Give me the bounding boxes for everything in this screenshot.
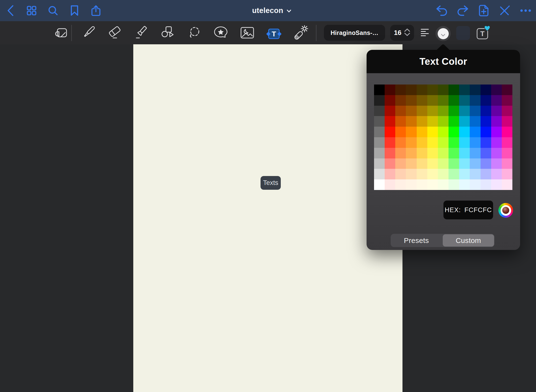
text-color-swatch-button[interactable] [436, 26, 451, 41]
inactive-style-button[interactable] [456, 26, 470, 40]
swatch-r6-c12[interactable] [491, 137, 502, 148]
swatch-r10-c6[interactable] [427, 179, 438, 190]
tool-image[interactable] [236, 21, 259, 44]
swatch-r8-c6[interactable] [427, 158, 438, 169]
swatch-r9-c10[interactable] [470, 169, 480, 179]
swatch-r9-c3[interactable] [395, 169, 406, 179]
swatch-r4-c13[interactable] [502, 116, 512, 127]
swatch-r8-c1[interactable] [374, 158, 385, 169]
document-page[interactable]: Texts [133, 44, 402, 392]
swatch-r10-c8[interactable] [449, 179, 459, 190]
swatch-r6-c8[interactable] [449, 137, 459, 148]
swatch-r5-c13[interactable] [502, 127, 512, 137]
swatch-r10-c7[interactable] [438, 179, 449, 190]
swatch-r4-c1[interactable] [374, 116, 385, 127]
add-page-icon[interactable] [473, 0, 494, 21]
swatch-r7-c13[interactable] [502, 148, 512, 158]
swatch-r9-c5[interactable] [417, 169, 427, 179]
text-align-left-icon[interactable] [421, 29, 429, 36]
swatch-r6-c11[interactable] [481, 137, 491, 148]
swatch-r4-c5[interactable] [417, 116, 427, 127]
swatch-r7-c11[interactable] [481, 148, 491, 158]
swatch-r7-c1[interactable] [374, 148, 385, 158]
swatch-r2-c5[interactable] [417, 95, 427, 106]
swatch-r9-c6[interactable] [427, 169, 438, 179]
swatch-r2-c9[interactable] [459, 95, 470, 106]
back-icon[interactable] [0, 0, 21, 21]
swatch-r4-c9[interactable] [459, 116, 470, 127]
swatch-r1-c4[interactable] [406, 85, 416, 95]
swatch-r9-c9[interactable] [459, 169, 470, 179]
swatch-r1-c12[interactable] [491, 85, 502, 95]
swatch-r5-c4[interactable] [406, 127, 416, 137]
swatch-r5-c5[interactable] [417, 127, 427, 137]
swatch-r8-c10[interactable] [470, 158, 480, 169]
bookmark-icon[interactable] [64, 0, 85, 21]
swatch-r1-c8[interactable] [449, 85, 459, 95]
swatch-r5-c9[interactable] [459, 127, 470, 137]
tool-shapes[interactable] [156, 21, 180, 44]
text-object[interactable]: Texts [261, 176, 281, 190]
swatch-r1-c5[interactable] [417, 85, 427, 95]
swatch-r7-c6[interactable] [427, 148, 438, 158]
swatch-r4-c8[interactable] [449, 116, 459, 127]
swatch-r6-c9[interactable] [459, 137, 470, 148]
share-icon[interactable] [85, 0, 107, 21]
swatch-r2-c6[interactable] [427, 95, 438, 106]
swatch-r5-c3[interactable] [395, 127, 406, 137]
swatch-r3-c13[interactable] [502, 106, 512, 116]
swatch-r8-c11[interactable] [481, 158, 491, 169]
swatch-r8-c8[interactable] [449, 158, 459, 169]
swatch-r7-c9[interactable] [459, 148, 470, 158]
swatch-r3-c6[interactable] [427, 106, 438, 116]
swatch-r1-c10[interactable] [470, 85, 480, 95]
font-size-stepper[interactable]: 16 [390, 25, 414, 41]
pen-mode-icon[interactable] [494, 0, 515, 21]
swatch-r8-c2[interactable] [385, 158, 395, 169]
swatch-r4-c3[interactable] [395, 116, 406, 127]
search-icon[interactable] [42, 0, 64, 21]
swatch-r6-c1[interactable] [374, 137, 385, 148]
swatch-r9-c2[interactable] [385, 169, 395, 179]
swatch-r4-c11[interactable] [481, 116, 491, 127]
tool-lasso[interactable] [183, 21, 206, 44]
swatch-r2-c2[interactable] [385, 95, 395, 106]
swatch-r5-c1[interactable] [374, 127, 385, 137]
swatch-r9-c11[interactable] [481, 169, 491, 179]
swatch-r1-c6[interactable] [427, 85, 438, 95]
swatch-r6-c3[interactable] [395, 137, 406, 148]
title-chevron-down-icon[interactable] [287, 9, 291, 13]
swatch-r1-c9[interactable] [459, 85, 470, 95]
swatch-r9-c12[interactable] [491, 169, 502, 179]
tool-sticker[interactable] [209, 21, 232, 44]
swatch-r6-c7[interactable] [438, 137, 449, 148]
swatch-r6-c10[interactable] [470, 137, 480, 148]
swatch-r2-c1[interactable] [374, 95, 385, 106]
swatch-r3-c2[interactable] [385, 106, 395, 116]
swatch-r10-c4[interactable] [406, 179, 416, 190]
swatch-r2-c13[interactable] [502, 95, 512, 106]
swatch-r3-c7[interactable] [438, 106, 449, 116]
swatch-r7-c4[interactable] [406, 148, 416, 158]
undo-icon[interactable] [431, 0, 452, 21]
tool-pen[interactable] [77, 21, 100, 44]
swatch-r5-c2[interactable] [385, 127, 395, 137]
swatch-r3-c8[interactable] [449, 106, 459, 116]
document-title[interactable]: utelecon [252, 6, 283, 15]
swatch-r4-c4[interactable] [406, 116, 416, 127]
swatch-r5-c12[interactable] [491, 127, 502, 137]
swatch-r10-c2[interactable] [385, 179, 395, 190]
swatch-r2-c3[interactable] [395, 95, 406, 106]
swatch-r1-c7[interactable] [438, 85, 449, 95]
swatch-r8-c4[interactable] [406, 158, 416, 169]
tab-presets[interactable]: Presets [391, 234, 442, 247]
swatch-r10-c1[interactable] [374, 179, 385, 190]
swatch-r7-c8[interactable] [449, 148, 459, 158]
swatch-r2-c10[interactable] [470, 95, 480, 106]
redo-icon[interactable] [452, 0, 473, 21]
swatch-r3-c10[interactable] [470, 106, 480, 116]
swatch-r8-c13[interactable] [502, 158, 512, 169]
swatch-r4-c6[interactable] [427, 116, 438, 127]
font-family-button[interactable]: HiraginoSans-… [324, 25, 385, 41]
swatch-r7-c5[interactable] [417, 148, 427, 158]
